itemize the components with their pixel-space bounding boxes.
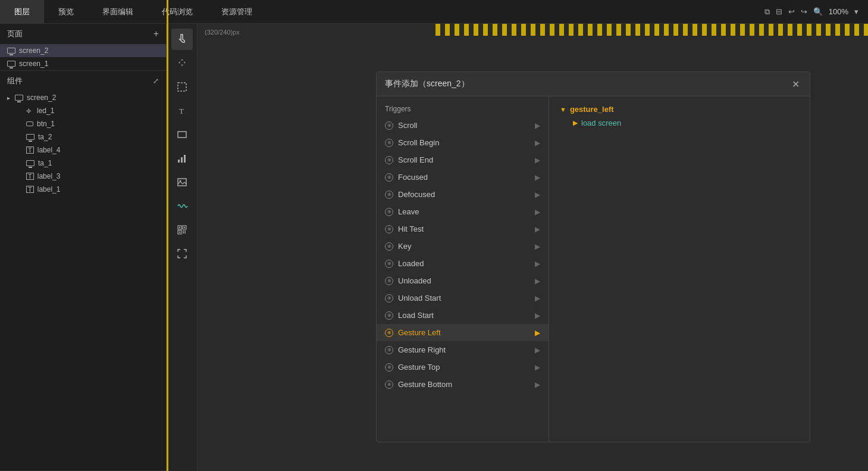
trigger-defocused-label: Defocused	[398, 190, 435, 199]
triggers-panel: Triggers ⊕ Scroll ▶ ⊕ Scr	[377, 96, 549, 442]
dialog-close-button[interactable]: ✕	[789, 78, 801, 90]
comp-led1[interactable]: ✤ led_1	[0, 104, 166, 117]
defocused-trigger-icon: ⊕	[385, 191, 393, 199]
action-tree-root[interactable]: ▼ gesture_left	[557, 102, 801, 116]
wave-tool-button[interactable]	[171, 195, 193, 217]
trigger-scroll-begin[interactable]: ⊕ Scroll Begin ▶	[377, 134, 549, 151]
comp-screen2-label: screen_2	[27, 93, 56, 102]
comp-ta1[interactable]: ta_1	[0, 157, 166, 170]
top-nav: 图层 预览 界面编辑 代码浏览 资源管理 ⧉ ⊟ ↩ ↪ 🔍 100% ▾	[0, 0, 868, 24]
svg-rect-11	[179, 227, 180, 228]
trigger-gesture-bottom[interactable]: ⊕ Gesture Bottom ▶	[377, 376, 549, 393]
action-load-screen-label: load screen	[581, 118, 621, 127]
trigger-gesture-bottom-left: ⊕ Gesture Bottom	[385, 380, 452, 389]
trigger-unload-start-left: ⊕ Unload Start	[385, 294, 441, 302]
trigger-loaded[interactable]: ⊕ Loaded ▶	[377, 255, 549, 272]
zoom-out-icon[interactable]: 🔍	[813, 7, 823, 16]
trigger-defocused-left: ⊕ Defocused	[385, 190, 435, 199]
trigger-load-start-label: Load Start	[398, 311, 434, 320]
copy-icon[interactable]: ⧉	[764, 7, 770, 17]
tab-layers[interactable]: 图层	[0, 0, 44, 24]
layout-icon[interactable]: ⊟	[776, 7, 782, 16]
unload-start-trigger-icon: ⊕	[385, 294, 393, 302]
trigger-scroll-left: ⊕ Scroll	[385, 121, 418, 130]
fullscreen-tool-button[interactable]	[171, 243, 193, 264]
trigger-load-start[interactable]: ⊕ Load Start ▶	[377, 307, 549, 324]
qr-tool-button[interactable]	[171, 219, 193, 241]
unloaded-chevron-icon: ▶	[535, 277, 540, 285]
trigger-loaded-label: Loaded	[398, 259, 424, 268]
trigger-gesture-right[interactable]: ⊕ Gesture Right ▶	[377, 341, 549, 358]
page-screen2[interactable]: screen_2	[0, 44, 166, 57]
tab-preview[interactable]: 预览	[44, 0, 88, 24]
comp-btn1[interactable]: btn_1	[0, 117, 166, 130]
trigger-leave-label: Leave	[398, 207, 419, 216]
comp-label3[interactable]: T label_3	[0, 170, 166, 183]
gesture-left-chevron-icon: ▶	[535, 329, 540, 337]
root-expand-arrow: ▼	[560, 106, 566, 113]
dialog-overlay: 事件添加（screen_2） ✕ Triggers ⊕ Scroll	[198, 24, 868, 471]
svg-rect-2	[178, 132, 186, 138]
tab-code-browser[interactable]: 代码浏览	[148, 0, 207, 24]
action-tree-children: ▶ load screen	[557, 116, 801, 130]
monitor-icon	[15, 95, 23, 101]
trigger-leave-left: ⊕ Leave	[385, 207, 419, 216]
comp-ta2[interactable]: ta_2	[0, 130, 166, 144]
trigger-gesture-left[interactable]: ⊕ Gesture Left ▶	[377, 324, 549, 341]
event-dialog: 事件添加（screen_2） ✕ Triggers ⊕ Scroll	[376, 71, 810, 442]
comp-label4[interactable]: T label_4	[0, 144, 166, 157]
rect-tool-button[interactable]	[171, 124, 193, 145]
move-tool-button[interactable]	[171, 52, 193, 74]
touch-tool-button[interactable]	[171, 29, 193, 50]
trigger-unload-start[interactable]: ⊕ Unload Start ▶	[377, 289, 549, 307]
trigger-hit-test[interactable]: ⊕ Hit Test ▶	[377, 220, 549, 238]
svg-rect-16	[183, 232, 184, 233]
add-page-button[interactable]: +	[153, 29, 159, 39]
text-tool-button[interactable]: T	[171, 100, 193, 121]
trigger-gesture-bottom-label: Gesture Bottom	[398, 380, 452, 389]
redo-icon[interactable]: ↪	[801, 7, 807, 16]
undo-icon[interactable]: ↩	[788, 7, 795, 16]
action-child-load-screen[interactable]: ▶ load screen	[571, 116, 801, 130]
expand-icon[interactable]: ⤢	[153, 77, 159, 85]
toolbar: T	[167, 24, 198, 471]
gesture-right-trigger-icon: ⊕	[385, 346, 393, 354]
pages-section: 页面 + screen_2 screen_1	[0, 24, 166, 71]
gesture-bottom-trigger-icon: ⊕	[385, 380, 393, 389]
trigger-leave[interactable]: ⊕ Leave ▶	[377, 203, 549, 220]
components-section: 组件 ⤢ ▸ screen_2 ✤ led_1 btn_1 ta_2	[0, 71, 166, 471]
trigger-scroll-end-label: Scroll End	[398, 155, 433, 164]
zoom-dropdown-icon[interactable]: ▾	[854, 7, 858, 16]
comp-label1[interactable]: T label_1	[0, 183, 166, 196]
btn-icon	[26, 121, 33, 126]
gesture-right-chevron-icon: ▶	[535, 346, 540, 354]
leave-trigger-icon: ⊕	[385, 208, 393, 216]
trigger-gesture-right-left: ⊕ Gesture Right	[385, 345, 446, 354]
svg-rect-3	[178, 160, 180, 163]
trigger-key[interactable]: ⊕ Key ▶	[377, 238, 549, 255]
page-screen1-label: screen_1	[19, 60, 48, 68]
trigger-defocused[interactable]: ⊕ Defocused ▶	[377, 186, 549, 203]
trigger-loaded-left: ⊕ Loaded	[385, 259, 424, 268]
trigger-scroll[interactable]: ⊕ Scroll ▶	[377, 117, 549, 134]
tab-resource-manager[interactable]: 资源管理	[207, 0, 267, 24]
trigger-scroll-end[interactable]: ⊕ Scroll End ▶	[377, 151, 549, 169]
components-label: 组件	[7, 76, 23, 86]
select-tool-button[interactable]	[171, 76, 193, 98]
defocused-chevron-icon: ▶	[535, 191, 540, 199]
page-screen1[interactable]: screen_1	[0, 57, 166, 70]
chart-tool-button[interactable]	[171, 148, 193, 169]
trigger-hit-test-label: Hit Test	[398, 224, 424, 233]
comp-screen2[interactable]: ▸ screen_2	[0, 91, 166, 104]
hit-test-trigger-icon: ⊕	[385, 225, 393, 233]
trigger-focused[interactable]: ⊕ Focused ▶	[377, 169, 549, 186]
dialog-titlebar: 事件添加（screen_2） ✕	[377, 72, 810, 96]
tab-ui-editor[interactable]: 界面编辑	[88, 0, 148, 24]
trigger-unloaded[interactable]: ⊕ Unloaded ▶	[377, 272, 549, 289]
trigger-gesture-top[interactable]: ⊕ Gesture Top ▶	[377, 358, 549, 376]
image-tool-button[interactable]	[171, 171, 193, 193]
comp-ta1-label: ta_1	[38, 159, 52, 167]
svg-rect-12	[184, 227, 185, 228]
focused-trigger-icon: ⊕	[385, 173, 393, 182]
trigger-scroll-end-left: ⊕ Scroll End	[385, 155, 433, 164]
